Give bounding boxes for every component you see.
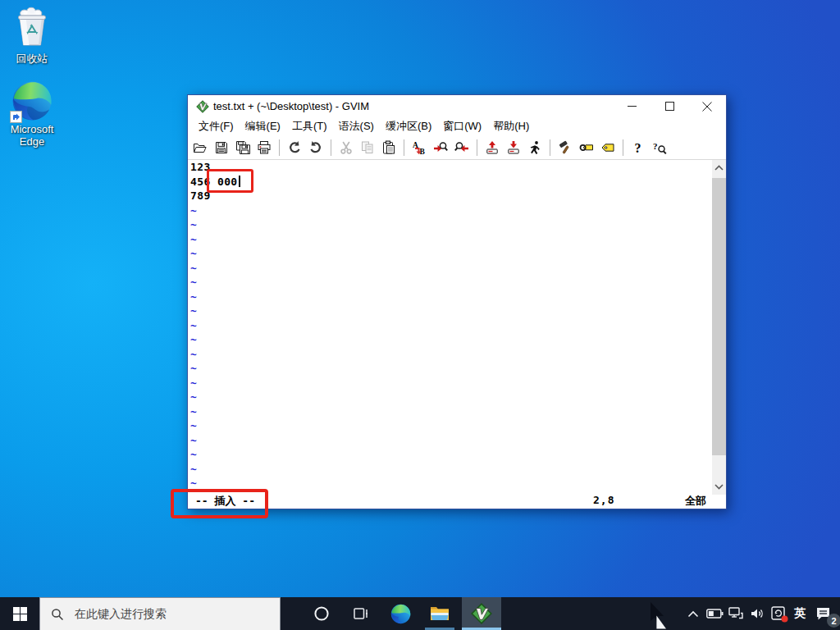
- maximize-button[interactable]: [651, 95, 688, 117]
- empty-line-tilde: ~: [188, 203, 726, 218]
- scroll-down-icon[interactable]: [712, 480, 726, 494]
- buffer-line-1: 123: [188, 160, 726, 175]
- empty-line-tilde: ~: [188, 433, 726, 448]
- load-session-icon[interactable]: [485, 140, 500, 155]
- windows-logo-icon: [13, 607, 27, 621]
- close-button[interactable]: [688, 95, 726, 117]
- status-bar: -- 插入 -- 2,8 全部: [188, 491, 726, 509]
- make-icon[interactable]: [558, 140, 573, 155]
- taskbar-gvim-button[interactable]: [462, 597, 501, 630]
- action-center-button[interactable]: 2: [810, 597, 835, 630]
- scroll-position: 全部: [685, 494, 706, 509]
- ime-mode-indicator[interactable]: [768, 597, 789, 630]
- volume-indicator[interactable]: [746, 597, 768, 630]
- empty-line-tilde: ~: [188, 318, 726, 333]
- edge-label: Microsoft Edge: [0, 123, 64, 148]
- desktop-icon-edge[interactable]: Microsoft Edge: [0, 80, 64, 148]
- ime-language-indicator[interactable]: 英: [789, 597, 810, 630]
- toolbar-separator: [623, 139, 623, 156]
- empty-line-tilde: ~: [188, 290, 726, 304]
- network-indicator[interactable]: [725, 597, 746, 630]
- cortana-icon: [313, 605, 330, 622]
- scroll-up-icon[interactable]: [712, 161, 726, 175]
- vim-icon: [196, 100, 209, 113]
- text-buffer[interactable]: 123456 000789~~~~~~~~~~~~~~~~~~~~: [188, 160, 726, 491]
- undo-icon[interactable]: [287, 140, 302, 155]
- empty-line-tilde: ~: [188, 261, 726, 276]
- svg-text:?: ?: [653, 141, 658, 151]
- annotation-box-mode: [171, 489, 268, 518]
- hidden-icons-button[interactable]: [682, 597, 704, 630]
- chevron-up-icon: [687, 610, 699, 618]
- find-replace-icon[interactable]: AB: [412, 140, 427, 155]
- gvim-window: test.txt + (~\Desktop\test) - GVIM 文件(F)…: [187, 94, 727, 509]
- run-script-icon[interactable]: [527, 140, 542, 155]
- taskbar-edge-button[interactable]: [381, 597, 420, 630]
- empty-line-tilde: ~: [188, 246, 726, 261]
- title-bar[interactable]: test.txt + (~\Desktop\test) - GVIM: [188, 95, 726, 117]
- scrollbar[interactable]: [712, 160, 726, 495]
- save-file-icon[interactable]: [214, 140, 229, 155]
- taskbar-search[interactable]: 在此键入进行搜索: [39, 597, 281, 630]
- menu-item-4[interactable]: 缓冲区(B): [380, 117, 437, 135]
- annotation-box-cursor: [207, 169, 253, 193]
- battery-indicator[interactable]: [704, 597, 725, 630]
- print-icon[interactable]: [257, 140, 272, 155]
- empty-line-tilde: ~: [188, 462, 726, 477]
- find-next-icon[interactable]: [433, 140, 448, 155]
- scrollbar-thumb[interactable]: [712, 178, 726, 455]
- shortcut-arrow-icon: [10, 111, 22, 123]
- empty-line-tilde: ~: [188, 332, 726, 347]
- taskbar-file-explorer-button[interactable]: [420, 597, 459, 630]
- menu-item-3[interactable]: 语法(S): [333, 117, 380, 135]
- menu-item-2[interactable]: 工具(T): [286, 117, 333, 135]
- build-tags-icon[interactable]: [579, 140, 594, 155]
- empty-line-tilde: ~: [188, 361, 726, 376]
- jump-to-tag-icon[interactable]: [600, 140, 615, 155]
- toolbar-separator: [550, 139, 550, 156]
- open-file-icon[interactable]: [193, 140, 208, 155]
- task-view-button[interactable]: [341, 597, 381, 630]
- find-help-icon[interactable]: ?: [652, 140, 667, 155]
- empty-line-tilde: ~: [188, 404, 726, 419]
- toolbar: AB??: [188, 135, 726, 160]
- notification-badge: 2: [827, 614, 840, 628]
- minimize-button[interactable]: [613, 95, 651, 117]
- toolbar-separator: [331, 139, 331, 156]
- empty-line-tilde: ~: [188, 304, 726, 318]
- buffer-line-2: 456 000: [188, 175, 726, 189]
- empty-line-tilde: ~: [188, 447, 726, 462]
- menu-item-0[interactable]: 文件(F): [193, 117, 240, 135]
- copy-icon[interactable]: [360, 140, 375, 155]
- help-icon[interactable]: ?: [631, 140, 646, 155]
- desktop-icon-recycle-bin[interactable]: 回收站: [0, 7, 64, 65]
- redo-icon[interactable]: [308, 140, 323, 155]
- menu-item-5[interactable]: 窗口(W): [437, 117, 487, 135]
- cut-icon[interactable]: [339, 140, 354, 155]
- save-all-icon[interactable]: [235, 140, 250, 155]
- gvim-taskbar-icon: [471, 603, 492, 624]
- mouse-cursor: [646, 602, 669, 630]
- menu-item-6[interactable]: 帮助(H): [487, 117, 535, 135]
- network-icon: [728, 607, 743, 620]
- empty-line-tilde: ~: [188, 275, 726, 290]
- ime-badge-dot: [781, 615, 788, 623]
- empty-line-tilde: ~: [188, 217, 726, 232]
- cortana-button[interactable]: [302, 597, 341, 630]
- search-icon: [51, 608, 64, 621]
- paste-icon[interactable]: [381, 140, 396, 155]
- menu-item-1[interactable]: 编辑(E): [240, 117, 286, 135]
- toolbar-separator: [404, 139, 404, 156]
- window-title: test.txt + (~\Desktop\test) - GVIM: [213, 100, 369, 112]
- cursor-position: 2,8: [593, 494, 614, 506]
- toolbar-separator: [279, 139, 280, 156]
- empty-line-tilde: ~: [188, 347, 726, 362]
- save-session-icon[interactable]: [506, 140, 521, 155]
- find-previous-icon[interactable]: [454, 140, 469, 155]
- buffer-line-3: 789: [188, 189, 726, 203]
- search-placeholder: 在此键入进行搜索: [75, 607, 167, 622]
- recycle-bin-label: 回收站: [0, 52, 64, 65]
- empty-line-tilde: ~: [188, 418, 726, 433]
- start-button[interactable]: [0, 597, 39, 630]
- recycle-bin-icon: [14, 7, 50, 48]
